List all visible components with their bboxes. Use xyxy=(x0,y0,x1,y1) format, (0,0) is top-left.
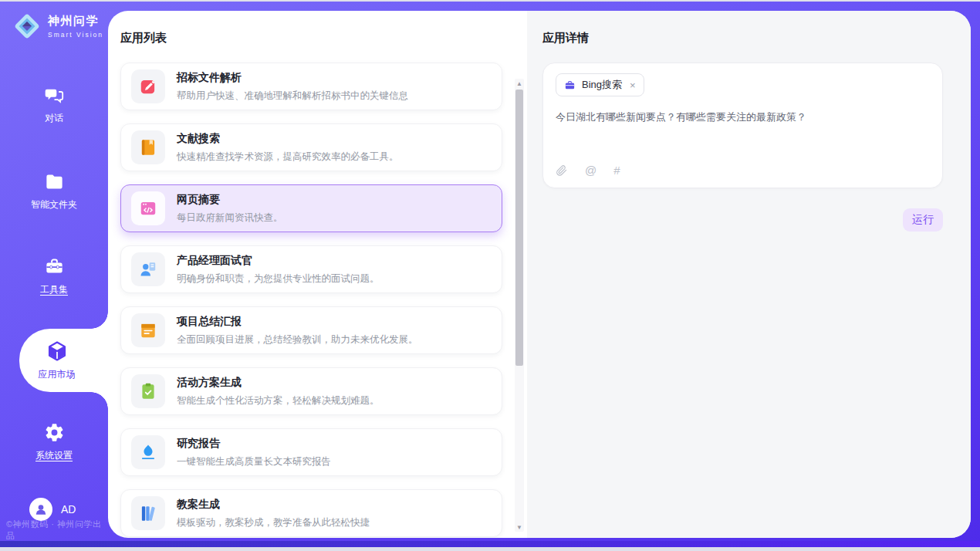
app-card-desc: 每日政府新闻资讯快查。 xyxy=(177,211,283,225)
briefcase-icon xyxy=(564,79,576,91)
scroll-up-icon[interactable]: ▲ xyxy=(515,79,524,88)
close-icon[interactable]: × xyxy=(630,79,636,91)
sidebar-active-tab: 应用市场 xyxy=(19,329,108,392)
run-row: 运行 xyxy=(542,208,943,232)
scrollbar[interactable]: ▲ ▼ xyxy=(515,79,524,532)
sidebar-item-label: 应用市场 xyxy=(39,368,76,381)
sidebar-item-smart-folder[interactable]: 智能文件夹 xyxy=(0,171,108,211)
user-account[interactable]: AD xyxy=(29,498,76,521)
brand-subtitle: Smart Vision xyxy=(48,31,103,39)
sidebar-item-label: 工具集 xyxy=(40,283,68,296)
tool-tag-label: Bing搜索 xyxy=(582,78,622,92)
app-card-bid-parsing[interactable]: 招标文件解析 帮助用户快速、准确地理解和解析招标书中的关键信息 xyxy=(120,63,502,110)
scrollbar-thumb[interactable] xyxy=(515,90,523,366)
prompt-card: Bing搜索 × 今日湖北有哪些新闻要点？有哪些需要关注的最新政策？ @ # xyxy=(542,63,943,188)
sidebar-item-app-market[interactable]: 应用市场 xyxy=(19,329,108,392)
book-icon xyxy=(131,130,165,164)
cube-icon xyxy=(46,340,69,363)
summary-icon xyxy=(131,313,165,347)
app-card-title: 文献搜索 xyxy=(177,132,399,146)
run-button[interactable]: 运行 xyxy=(903,208,943,232)
books-icon xyxy=(131,496,165,530)
paperclip-icon[interactable] xyxy=(556,164,568,177)
attachment-toolbar: @ # xyxy=(556,164,930,178)
query-input[interactable]: 今日湖北有哪些新闻要点？有哪些需要关注的最新政策？ xyxy=(556,110,930,164)
app-card-desc: 明确身份和职责，为您提供专业性的面试问题。 xyxy=(177,272,380,286)
brand-logo: 神州问学 Smart Vision xyxy=(12,12,103,41)
tool-tag-bing-search[interactable]: Bing搜索 × xyxy=(556,73,644,96)
gear-icon xyxy=(44,422,65,443)
app-card-pm-interviewer[interactable]: 产品经理面试官 明确身份和职责，为您提供专业性的面试问题。 xyxy=(120,245,502,293)
app-card-title: 研究报告 xyxy=(177,437,331,451)
sidebar: 神州问学 Smart Vision 对话 智能文件夹 xyxy=(0,2,108,547)
app-card-title: 项目总结汇报 xyxy=(177,315,418,329)
app-card-desc: 全面回顾项目进展，总结经验教训，助力未来优化发展。 xyxy=(177,333,418,346)
interviewer-icon xyxy=(131,252,165,286)
app-card-title: 教案生成 xyxy=(177,498,370,512)
bottom-accent-bar xyxy=(0,541,980,547)
app-card-desc: 帮助用户快速、准确地理解和解析招标书中的关键信息 xyxy=(177,90,408,103)
copyright-footer: ©神州数码 · 神州问学出品 xyxy=(6,519,108,542)
sidebar-item-label: 系统设置 xyxy=(35,449,73,462)
app-list-panel: 应用列表 招标文件解析 帮助用户快速、准确地理解和解析招标书中的关键信息 xyxy=(108,11,527,538)
app-list-title: 应用列表 xyxy=(120,31,516,46)
hashtag-icon[interactable]: # xyxy=(613,164,620,177)
sidebar-item-label: 对话 xyxy=(45,112,63,125)
app-card-desc: 模板驱动，教案秒成，教学准备从此轻松快捷 xyxy=(177,516,370,529)
brand-name: 神州问学 xyxy=(48,14,103,29)
app-card-project-summary[interactable]: 项目总结汇报 全面回顾项目进展，总结经验教训，助力未来优化发展。 xyxy=(120,306,502,354)
person-icon xyxy=(33,502,49,517)
app-card-research-report[interactable]: 研究报告 一键智能生成高质量长文本研究报告 xyxy=(120,428,502,476)
app-card-event-plan[interactable]: 活动方案生成 智能生成个性化活动方案，轻松解决规划难题。 xyxy=(120,367,502,415)
app-card-desc: 快速精准查找学术资源，提高研究效率的必备工具。 xyxy=(177,150,399,164)
app-card-web-summary[interactable]: 网页摘要 每日政府新闻资讯快查。 xyxy=(120,184,502,232)
app-card-lesson-plan[interactable]: 教案生成 模板驱动，教案秒成，教学准备从此轻松快捷 xyxy=(120,489,502,537)
diamond-logo-icon xyxy=(12,12,42,41)
sidebar-item-label: 智能文件夹 xyxy=(31,198,77,211)
toolbox-icon xyxy=(44,256,65,277)
app-card-title: 产品经理面试官 xyxy=(177,254,380,268)
chat-icon xyxy=(44,85,65,106)
app-card-title: 活动方案生成 xyxy=(177,376,380,390)
sidebar-item-settings[interactable]: 系统设置 xyxy=(0,422,108,462)
app-card-desc: 智能生成个性化活动方案，轻松解决规划难题。 xyxy=(177,394,380,407)
app-card-literature-search[interactable]: 文献搜索 快速精准查找学术资源，提高研究效率的必备工具。 xyxy=(120,123,502,171)
app-detail-panel: 应用详情 Bing搜索 × 今日湖北有哪些新闻要点？有哪些需要关注的最新政策？ xyxy=(527,11,971,538)
webpage-code-icon xyxy=(131,191,165,225)
app-card-title: 招标文件解析 xyxy=(177,71,408,85)
main-window: 应用列表 招标文件解析 帮助用户快速、准确地理解和解析招标书中的关键信息 xyxy=(108,11,971,538)
app-detail-title: 应用详情 xyxy=(542,31,943,46)
app-frame: 神州问学 Smart Vision 对话 智能文件夹 xyxy=(0,2,980,547)
mention-icon[interactable]: @ xyxy=(585,164,596,177)
sidebar-item-chat[interactable]: 对话 xyxy=(0,85,108,125)
avatar xyxy=(29,498,52,521)
app-card-list: 招标文件解析 帮助用户快速、准确地理解和解析招标书中的关键信息 文献搜索 xyxy=(120,63,516,537)
scroll-down-icon[interactable]: ▼ xyxy=(515,522,524,532)
sidebar-item-toolset[interactable]: 工具集 xyxy=(0,256,108,296)
app-card-desc: 一键智能生成高质量长文本研究报告 xyxy=(177,455,331,468)
clipboard-check-icon xyxy=(131,374,165,408)
folder-icon xyxy=(44,171,65,192)
app-card-title: 网页摘要 xyxy=(177,193,283,207)
user-initials: AD xyxy=(61,503,76,516)
edit-doc-icon xyxy=(131,69,165,103)
research-icon xyxy=(131,435,165,469)
